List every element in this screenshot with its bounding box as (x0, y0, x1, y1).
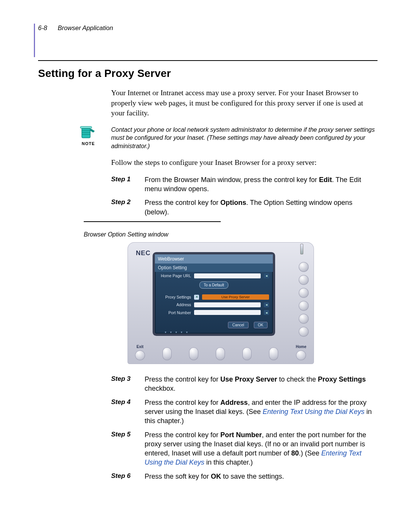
intro-paragraph: Your Internet or Intranet access may use… (111, 88, 378, 118)
step-label: Step 1 (111, 175, 136, 194)
control-key-4[interactable] (299, 301, 309, 311)
proxy-settings-row: Proxy Settings Use Proxy Server (155, 293, 273, 301)
note-text: Contact your phone or local network syst… (111, 126, 378, 150)
softkey-button-4[interactable] (242, 347, 252, 360)
step-label: Step 6 (111, 472, 136, 481)
use-proxy-button[interactable]: Use Proxy Server (202, 294, 269, 300)
step-3: Step 3 Press the control key for Use Pro… (111, 375, 378, 393)
lcd-subtitle: Option Setting (155, 264, 273, 272)
softkey-bar: Cancel OK (155, 320, 273, 330)
nec-logo: NEC (136, 249, 151, 258)
stylus-icon (300, 244, 303, 254)
home-url-row: Home Page URL (155, 272, 273, 280)
softkey-button-3[interactable] (216, 347, 225, 360)
home-url-input[interactable] (194, 273, 261, 278)
home-button[interactable] (296, 350, 306, 360)
softkey-button-2[interactable] (189, 347, 198, 360)
step-label: Step 5 (111, 430, 136, 467)
manual-page: 6-8 Browser Application Setting for a Pr… (0, 0, 411, 532)
caption-rule (84, 221, 221, 222)
step-text: Press the control key for Options. The O… (145, 198, 378, 217)
page-title: Setting for a Proxy Server (38, 66, 378, 81)
softkey-button-5[interactable] (269, 347, 278, 360)
side-buttons (299, 262, 309, 337)
lcd-screen: WebBrowser Option Setting Home Page URL … (155, 254, 273, 334)
ok-softkey[interactable]: OK (254, 322, 268, 329)
arrow-left-icon[interactable] (264, 302, 269, 307)
address-label: Address (159, 302, 191, 307)
lead-sentence: Follow the steps to configure your Inase… (111, 158, 378, 168)
control-key-2[interactable] (299, 275, 309, 285)
page-number: 6-8 (38, 24, 47, 32)
svg-rect-1 (80, 126, 92, 128)
softkey-button-1[interactable] (162, 347, 172, 360)
step-text: Press the control key for Address, and e… (145, 398, 378, 426)
note-block: NOTE Contact your phone or local network… (76, 126, 378, 150)
step-4: Step 4 Press the control key for Address… (111, 398, 378, 426)
to-default-button[interactable]: To a Default (199, 281, 228, 289)
steps-list-top: Step 1 From the Browser Main window, pre… (111, 175, 378, 217)
arrow-left-icon[interactable] (264, 273, 269, 278)
control-key-3[interactable] (299, 288, 309, 298)
softkey-indicators: ▾▾▾▾▾ (155, 330, 273, 335)
chapter-title: Browser Application (58, 24, 113, 32)
step-label: Step 4 (111, 398, 136, 426)
port-input[interactable] (194, 310, 261, 315)
step-5: Step 5 Press the control key for Port Nu… (111, 430, 378, 467)
step-text: From the Browser Main window, press the … (145, 175, 378, 194)
arrow-left-icon[interactable] (264, 310, 269, 315)
address-row: Address (155, 301, 273, 308)
use-proxy-checkbox[interactable] (194, 295, 199, 300)
figure-caption: Browser Option Setting window (84, 230, 378, 239)
entering-text-link[interactable]: Entering Text Using the Dial Keys (263, 408, 364, 415)
control-key-1[interactable] (299, 262, 309, 272)
home-url-label: Home Page URL (159, 273, 191, 278)
exit-button[interactable] (135, 350, 145, 360)
address-input[interactable] (194, 302, 261, 307)
cancel-softkey[interactable]: Cancel (228, 322, 248, 329)
horizontal-rule (38, 60, 378, 61)
note-label: NOTE (76, 141, 100, 147)
step-6: Step 6 Press the soft key for OK to save… (111, 472, 378, 481)
step-text: Press the control key for Use Proxy Serv… (145, 375, 378, 393)
running-header: 6-8 Browser Application (34, 24, 378, 57)
bottom-buttons: Exit Home (135, 344, 306, 361)
proxy-settings-label: Proxy Settings (159, 294, 191, 300)
steps-list-bottom: Step 3 Press the control key for Use Pro… (111, 375, 378, 481)
step-label: Step 2 (111, 198, 136, 217)
step-1: Step 1 From the Browser Main window, pre… (111, 175, 378, 194)
step-text: Press the control key for Port Number, a… (145, 430, 378, 467)
control-key-6[interactable] (299, 327, 309, 337)
step-label: Step 3 (111, 375, 136, 393)
exit-label: Exit (137, 344, 143, 350)
home-label: Home (296, 344, 306, 350)
step-2: Step 2 Press the control key for Options… (111, 198, 378, 217)
port-row: Port Number (155, 309, 273, 316)
control-key-5[interactable] (299, 314, 309, 324)
step-text: Press the soft key for OK to save the se… (145, 472, 284, 481)
note-icon: NOTE (76, 126, 100, 147)
port-label: Port Number (159, 310, 191, 315)
device-figure: NEC WebBrowser Option Setting Home Page … (127, 242, 314, 364)
lcd-title: WebBrowser (155, 254, 273, 264)
